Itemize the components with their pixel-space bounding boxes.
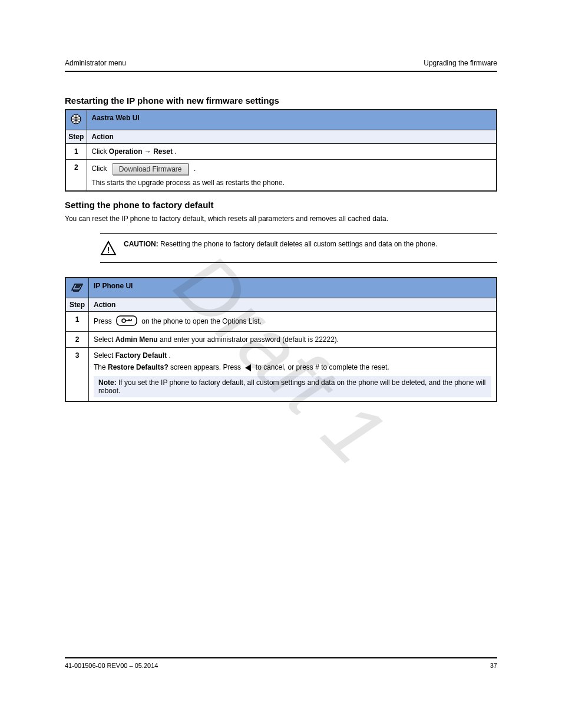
caution-label: CAUTION: [124, 240, 160, 248]
web-action-2: Click Download Firmware . This starts th… [87, 160, 497, 192]
phone-step-1: 1 [65, 312, 89, 332]
footer-right: 37 [490, 662, 497, 669]
section-title-web: Restarting the IP phone with new firmwar… [65, 95, 497, 106]
phone-action-2: Select Admin Menu and enter your adminis… [89, 332, 497, 348]
options-key-icon [116, 315, 137, 326]
header-right: Upgrading the firmware [424, 59, 497, 67]
phone-table-heading: IP Phone UI [89, 278, 497, 298]
column-header-action: Action [87, 130, 497, 144]
left-arrow-icon [245, 364, 251, 371]
phone-icon [71, 282, 84, 292]
globe-icon [71, 114, 81, 124]
section-desc-phone: You can reset the IP phone to factory de… [65, 215, 497, 223]
caution-body: Resetting the phone to factory default d… [160, 240, 437, 248]
web-step-1: 1 [65, 144, 87, 160]
phone-action-1: Press on the phone to open the Options L… [89, 312, 497, 332]
page-footer: 41-001506-00 REV00 – 05.2014 37 [65, 657, 497, 669]
phone-step-2: 2 [65, 332, 89, 348]
phone-column-action: Action [89, 298, 497, 312]
web-action-1: Click Operation → Reset . [87, 144, 497, 160]
phone-action-3: Select Factory Default . The Restore Def… [89, 348, 497, 402]
phone-step-3: 3 [65, 348, 89, 402]
footer-left: 41-001506-00 REV00 – 05.2014 [65, 662, 158, 669]
section-title-phone: Setting the phone to factory default [65, 200, 497, 210]
web-table-heading: Aastra Web UI [87, 110, 497, 130]
header-left: Administrator menu [65, 59, 126, 67]
warning-icon: ! [100, 240, 117, 256]
page-header: Administrator menu Upgrading the firmwar… [65, 59, 497, 72]
download-firmware-button[interactable]: Download Firmware [113, 163, 189, 175]
web-procedure-table: Aastra Web UI Step Action 1 Click Operat… [65, 109, 497, 192]
web-step-2: 2 [65, 160, 87, 192]
phone-icon-cell [65, 278, 89, 298]
column-header-step: Step [65, 130, 87, 144]
caution-box: ! CAUTION: Resetting the phone to factor… [100, 233, 497, 263]
note-body: If you set the IP phone to factory defau… [98, 378, 486, 395]
phone-column-step: Step [65, 298, 89, 312]
svg-text:!: ! [107, 245, 110, 255]
note-label: Note: [98, 378, 118, 387]
phone-procedure-table: IP Phone UI Step Action 1 Press on the p… [65, 277, 497, 402]
globe-icon-cell [65, 110, 87, 130]
